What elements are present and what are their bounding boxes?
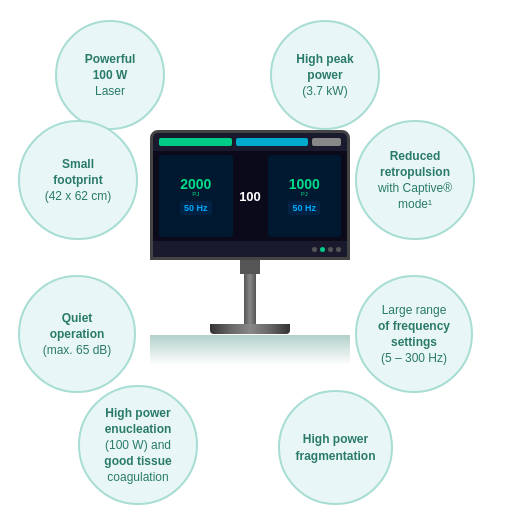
bubble-mid-right-line3: with Captive® [378,180,452,196]
bubble-lower-right-line2: of frequency [378,318,450,334]
bubble-bottom-right-line1: High power [295,431,375,447]
status-bar-teal [236,138,309,146]
bubble-powerful-laser: Powerful 100 W Laser [55,20,165,130]
dot-4 [336,247,341,252]
bubble-mid-left-line1: Small [45,156,112,172]
center-value: 100 [239,189,261,204]
stand-base [210,324,290,334]
bubble-reduced-retropulsion: Reduced retropulsion with Captive® mode¹ [355,120,475,240]
screen-panel-left: 2000 PJ 50 Hz [159,155,233,237]
bubble-mid-right-line4: mode¹ [378,196,452,212]
bubble-lower-right-line3: settings [378,334,450,350]
bubble-top-right-line3: (3.7 kW) [296,83,353,99]
monitor-header [153,133,347,151]
bubble-bottom-left-line3: (100 W) and [104,437,171,453]
right-sub-unit: Hz [305,203,316,213]
stand-pole [244,274,256,324]
bubble-high-peak-power: High peak power (3.7 kW) [270,20,380,130]
monitor-bottom-bar [153,241,347,257]
bubble-top-right-line2: power [296,67,353,83]
bubble-bottom-left-line4: good tissue [104,453,171,469]
left-panel-value: 2000 [180,177,211,191]
right-panel-sub: 50 Hz [288,201,320,215]
bubble-high-power-fragmentation: High power fragmentation [278,390,393,505]
bubble-small-footprint: Small footprint (42 x 62 cm) [18,120,138,240]
bubble-mid-right-line1: Reduced [378,148,452,164]
monitor-screen: 2000 PJ 50 Hz 100 1000 PJ 50 Hz [153,151,347,241]
bubble-bottom-left-line5: coagulation [104,469,171,485]
stand-top [240,260,260,274]
bubble-lower-left-line1: Quiet [43,310,112,326]
status-bar-small [312,138,341,146]
left-sub-unit: Hz [197,203,208,213]
status-bar-green [159,138,232,146]
bubble-lower-left-line2: operation [43,326,112,342]
monitor-reflection [150,335,350,365]
bubble-high-power-enucleation: High power enucleation (100 W) and good … [78,385,198,505]
dot-3 [328,247,333,252]
monitor: 2000 PJ 50 Hz 100 1000 PJ 50 Hz [150,130,350,260]
screen-panel-right: 1000 PJ 50 Hz [268,155,342,237]
left-sub-value: 50 [184,203,194,213]
bubble-top-left-line2: 100 W [85,67,136,83]
bubble-mid-left-line3: (42 x 62 cm) [45,188,112,204]
left-panel-unit: PJ [192,191,199,197]
bubble-lower-right-line1: Large range [378,302,450,318]
right-panel-value: 1000 [289,177,320,191]
bubble-bottom-left-line1: High power [104,405,171,421]
bubble-bottom-left-line2: enucleation [104,421,171,437]
bubble-lower-left-line3: (max. 65 dB) [43,342,112,358]
right-panel-unit: PJ [301,191,308,197]
bubble-top-right-line1: High peak [296,51,353,67]
bubble-quiet-operation: Quiet operation (max. 65 dB) [18,275,136,393]
screen-center: 100 [237,155,264,237]
right-sub-value: 50 [292,203,302,213]
bubble-bottom-right-line2: fragmentation [295,448,375,464]
left-panel-sub: 50 Hz [180,201,212,215]
device: 2000 PJ 50 Hz 100 1000 PJ 50 Hz [140,130,360,365]
dot-2 [320,247,325,252]
bubble-lower-right-line4: (5 – 300 Hz) [378,350,450,366]
main-scene: Powerful 100 W Laser High peak power (3.… [0,0,505,518]
bubble-top-left-line1: Powerful [85,51,136,67]
bubble-top-left-line3: Laser [85,83,136,99]
dot-1 [312,247,317,252]
bubble-mid-right-line2: retropulsion [378,164,452,180]
bubble-mid-left-line2: footprint [45,172,112,188]
bubble-frequency-settings: Large range of frequency settings (5 – 3… [355,275,473,393]
